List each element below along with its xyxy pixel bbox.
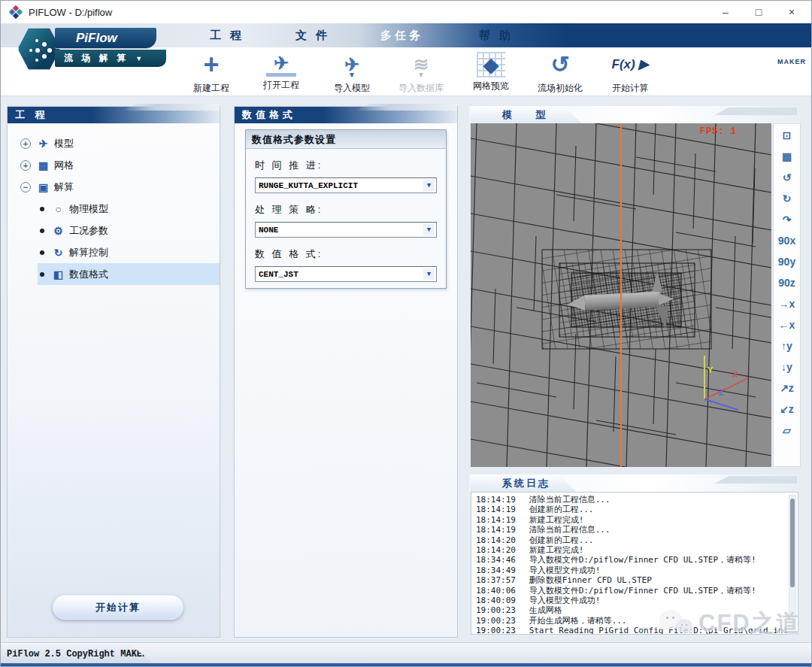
physics-model-icon: ○	[51, 203, 65, 215]
log-timestamp: 18:14:19	[476, 515, 524, 525]
toolbar-button-label: 打开工程	[249, 79, 314, 92]
log-message: 导入模型文件成功!	[529, 565, 601, 575]
tree-row[interactable]: − ▣ 解算	[8, 176, 220, 198]
dropdown-arrow-icon	[249, 71, 314, 80]
dropdown-arrow-icon: ▼	[320, 71, 384, 80]
view-y-negative-icon[interactable]: ↓y	[776, 359, 798, 375]
log-row: 18:34:49 导入模型文件成功!	[476, 565, 786, 575]
view-z-positive-icon[interactable]: ↗z	[776, 380, 798, 396]
toolbar-button[interactable]: ✈ ▼ 导入模型	[320, 50, 384, 95]
log-row: 19:00:23 Start Reading PiGrid Config Fil…	[476, 626, 786, 635]
chevron-down-icon[interactable]: ▼	[423, 268, 435, 280]
ribbon-tab[interactable]: 多任务	[380, 23, 423, 47]
settings-group: 数值格式参数设置 时 间 推 进: RUNGE_KUTTA_EXPLICIT ▼…	[245, 129, 447, 289]
toolbar-button-label: 导入数据库	[389, 82, 453, 95]
rotate-z-90-icon[interactable]: 90z	[776, 275, 798, 291]
fit-view-icon[interactable]: ⊡	[776, 128, 798, 144]
minimize-button[interactable]: –	[709, 1, 742, 23]
module-label: 流 场 解 算	[64, 53, 129, 63]
log-scrollbar[interactable]	[789, 495, 796, 632]
ribbon-tab[interactable]: 帮 助	[479, 23, 514, 47]
mesh-viewport[interactable]: Y X Z FPS: 1	[471, 123, 771, 467]
chevron-down-icon[interactable]: ▼	[423, 224, 435, 235]
app-icon	[10, 6, 22, 18]
mesh-icon: ▦	[36, 159, 50, 171]
view-z-negative-icon[interactable]: ↙z	[776, 402, 798, 417]
numeric-format-icon: ◧	[51, 268, 65, 280]
tree-item-label: 物理模型	[69, 202, 108, 216]
combo-select[interactable]: CENT_JST ▼	[255, 266, 437, 282]
log-message: 清除当前工程信息...	[529, 495, 611, 505]
tree-row[interactable]: + ✈ 模型	[8, 132, 220, 154]
log-row: 18:14:19 清除当前工程信息...	[476, 525, 786, 535]
tree-item-label: 模型	[54, 137, 74, 150]
fps-counter: FPS: 1	[700, 126, 737, 137]
rotate-screen-icon[interactable]: ↻	[776, 191, 798, 207]
toolbar-button[interactable]: ≋ ▼ 导入数据库	[389, 50, 453, 95]
start-compute-button[interactable]: 开始计算	[53, 595, 183, 620]
settings-fields: 时 间 推 进: RUNGE_KUTTA_EXPLICIT ▼ 处 理 策 略:…	[246, 159, 446, 282]
expander-icon[interactable]: −	[20, 182, 31, 193]
settings-panel-header: 数值格式	[235, 107, 457, 123]
field-label: 时 间 推 进:	[255, 159, 446, 172]
status-bar: PiFlow 2.5 CopyRight MAKER	[1, 642, 811, 666]
combo-select[interactable]: RUNGE_KUTTA_EXPLICIT ▼	[255, 177, 437, 193]
rotate-x-90-icon[interactable]: 90x	[776, 233, 798, 249]
ribbon-tab[interactable]: 工 程	[210, 23, 244, 47]
solver-icon: ▣	[36, 181, 50, 193]
log-message: 导入数模文件D:/piflow/Finner CFD UL.STEP，请稍等!	[529, 586, 756, 596]
maximize-button[interactable]: □	[742, 1, 775, 23]
toolbar-button-label: 网格预览	[459, 80, 523, 92]
tree-row[interactable]: ◧ 数值格式	[8, 263, 220, 285]
bullet-icon	[40, 272, 44, 277]
module-selector[interactable]: 流 场 解 算 ▼	[55, 50, 166, 67]
expander-icon[interactable]: +	[20, 138, 31, 149]
project-panel-header: 工 程	[8, 107, 220, 123]
view-x-negative-icon[interactable]: ←x	[776, 317, 798, 333]
log-row: 18:40:09 导入模型文件成功!	[476, 596, 786, 605]
chevron-down-icon[interactable]: ▼	[423, 180, 435, 191]
log-row: 19:00:23 生成网格	[476, 605, 786, 615]
grid-scale-icon[interactable]: ▦	[776, 149, 798, 165]
bullet-icon	[40, 207, 44, 211]
scrollbar-thumb[interactable]	[790, 499, 795, 587]
tree-row[interactable]: ⚙ 工况参数	[8, 220, 220, 241]
app-window: PIFLOW - D:/piflow –□× 工 程文 件多任务帮 助 PiFl…	[0, 0, 812, 667]
combo-value: CENT_JST	[259, 270, 298, 279]
rotate-free-icon[interactable]: ↺	[776, 170, 798, 186]
system-log: 18:14:19 清除当前工程信息... 18:14:19 创建新的工程... …	[471, 492, 798, 635]
log-timestamp: 19:00:23	[476, 626, 524, 635]
log-row: 18:40:06 导入数模文件D:/piflow/Finner CFD UL.S…	[476, 586, 786, 596]
toolbar-button[interactable]: + 新建工程	[179, 50, 244, 95]
settings-group-title: 数值格式参数设置	[246, 130, 446, 149]
project-panel: 工 程 + ✈ 模型 + ▦ 网格 −	[7, 106, 220, 638]
viewport-tab[interactable]: 模 型	[471, 106, 582, 123]
rotate-axis-icon[interactable]: ↷	[776, 212, 798, 228]
bullet-icon	[40, 229, 44, 233]
combo-value: NONE	[259, 226, 278, 235]
view-x-positive-icon[interactable]: →x	[776, 296, 798, 312]
tree-row[interactable]: ○ 物理模型	[8, 198, 220, 220]
brand-name: PiFlow	[55, 28, 156, 48]
expander-icon[interactable]: +	[20, 160, 31, 171]
tree-row[interactable]: ↻ 解算控制	[8, 241, 220, 263]
log-timestamp: 18:40:09	[476, 596, 524, 605]
maker-label: MAKER	[777, 58, 806, 65]
rotate-y-90-icon[interactable]: 90y	[776, 254, 798, 270]
log-message: 新建工程完成!	[529, 515, 584, 525]
dropdown-arrow-icon: ▼	[389, 71, 453, 80]
toolbar-button[interactable]: F(x) ▶ 开始计算	[598, 50, 662, 95]
toolbar-button[interactable]: ◆ 网格预览	[459, 50, 523, 95]
toolbar-button[interactable]: ✈ 打开工程	[249, 50, 314, 95]
log-message: 开始生成网格，请稍等...	[529, 616, 627, 626]
view-y-positive-icon[interactable]: ↑y	[776, 338, 798, 354]
log-timestamp: 18:14:20	[476, 545, 524, 555]
combo-select[interactable]: NONE ▼	[255, 222, 437, 238]
tree-row[interactable]: + ▦ 网格	[8, 154, 220, 176]
log-row: 18:14:19 新建工程完成!	[476, 515, 786, 525]
log-tab[interactable]: 系统日志	[471, 474, 576, 492]
close-button[interactable]: ×	[775, 1, 808, 23]
clip-box-icon[interactable]: ▱	[776, 423, 798, 438]
toolbar-button[interactable]: ↺ 流场初始化	[528, 50, 592, 95]
ribbon-tab[interactable]: 文 件	[295, 23, 330, 47]
